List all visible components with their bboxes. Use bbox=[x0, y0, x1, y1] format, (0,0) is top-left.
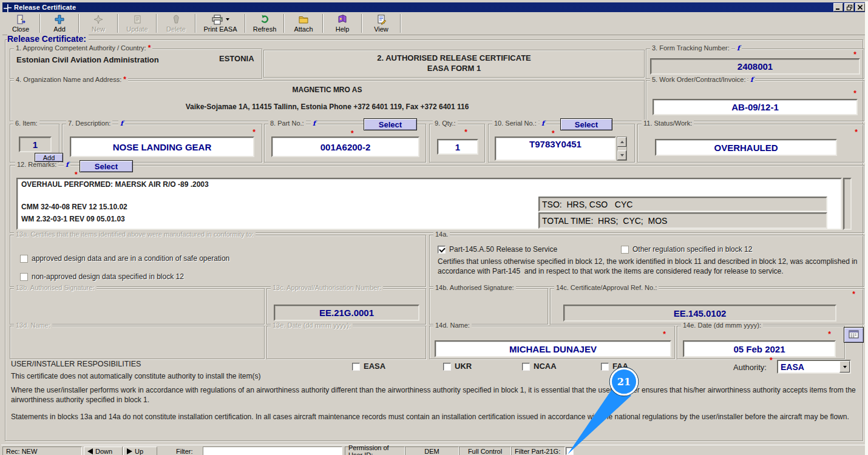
f-marker: f bbox=[64, 161, 70, 169]
remarks-line3: WM 2.32-03-1 REV 09 05.01.03 bbox=[21, 215, 125, 223]
permission-user-cell: DEM bbox=[405, 447, 459, 455]
f-marker: f bbox=[311, 120, 317, 127]
block14c-group: 14c. Certificate/Approval Ref. No.: * EE… bbox=[550, 288, 864, 325]
filter-input[interactable] bbox=[203, 447, 342, 455]
item-add-button[interactable]: Add bbox=[35, 153, 63, 162]
close-button[interactable]: Close bbox=[4, 13, 38, 34]
part-no-field[interactable]: 001A6200-2 bbox=[271, 136, 419, 157]
easa-checkbox[interactable] bbox=[352, 363, 360, 371]
organization-name: MAGNETIC MRO AS bbox=[10, 86, 644, 94]
help-book-icon bbox=[337, 14, 348, 25]
block14b-group: 14b. Authorised Signature: bbox=[429, 288, 548, 325]
view-button[interactable]: View bbox=[364, 13, 398, 34]
f-marker: f bbox=[540, 120, 546, 127]
date-field[interactable]: 05 Feb 2021 bbox=[683, 340, 836, 357]
close-window-button[interactable] bbox=[855, 3, 865, 12]
part145-release-checkbox[interactable] bbox=[438, 246, 446, 254]
faa-checkbox[interactable] bbox=[601, 363, 609, 371]
block1-group: 1. Approving Competent Authority / Count… bbox=[10, 49, 262, 79]
update-button-label: Update bbox=[126, 25, 147, 33]
filter-part21g-checkbox[interactable] bbox=[566, 447, 574, 455]
delete-icon bbox=[171, 14, 181, 25]
required-marker: * bbox=[853, 50, 856, 59]
required-marker: * bbox=[770, 356, 773, 365]
installer-para2: Where the user/installer performs work i… bbox=[11, 385, 857, 405]
easa-checkbox-label: EASA bbox=[364, 362, 385, 371]
filter-label: Filter: bbox=[176, 448, 193, 455]
toolbar-separator bbox=[245, 14, 246, 33]
user-installer-heading: USER/INSTALLER RESPOSIBILITIES bbox=[11, 360, 141, 368]
description-field[interactable]: NOSE LANDING GEAR bbox=[70, 136, 254, 157]
app-icon bbox=[4, 4, 12, 12]
ukr-checkbox-label: UKR bbox=[455, 362, 472, 371]
name-field[interactable]: MICHAEL DUNAJEV bbox=[435, 340, 671, 357]
spinner-down-icon[interactable] bbox=[617, 150, 626, 160]
tso-field: TSO: HRS, CSO CYC bbox=[538, 197, 827, 212]
country-value: ESTONIA bbox=[219, 54, 254, 63]
up-button[interactable]: Up bbox=[123, 447, 157, 455]
print-dropdown-caret[interactable] bbox=[226, 18, 229, 21]
refresh-button-label: Refresh bbox=[253, 25, 277, 33]
block4-label: 4. Organization Name and Address: * bbox=[14, 76, 128, 84]
serial-no-select-button[interactable]: Select bbox=[560, 118, 612, 130]
certificate-title-line2: EASA FORM 1 bbox=[264, 64, 644, 73]
down-arrow-icon bbox=[87, 448, 93, 454]
required-marker: * bbox=[853, 89, 856, 98]
combo-dropdown-icon[interactable] bbox=[839, 361, 850, 372]
remarks-scrollbar[interactable] bbox=[843, 178, 852, 230]
up-button-label: Up bbox=[135, 448, 143, 455]
refresh-button[interactable]: Refresh bbox=[248, 13, 282, 34]
help-button[interactable]: Help bbox=[325, 13, 359, 34]
approved-design-checkbox bbox=[20, 255, 28, 263]
ukr-checkbox[interactable] bbox=[443, 363, 451, 371]
qty-field[interactable]: 1 bbox=[437, 139, 478, 155]
window-right-edge bbox=[865, 1, 868, 455]
add-button[interactable]: Add bbox=[42, 13, 76, 34]
serial-no-spinner[interactable] bbox=[617, 136, 627, 161]
down-button[interactable]: Down bbox=[84, 447, 123, 455]
serial-no-field[interactable]: T9783Y0451 bbox=[495, 136, 616, 161]
print-easa-button[interactable]: Print EASA bbox=[198, 13, 243, 34]
work-order-field[interactable]: AB-09/12-1 bbox=[653, 99, 858, 115]
status-work-field[interactable]: OVERHAULED bbox=[655, 139, 837, 156]
update-icon bbox=[132, 14, 143, 25]
restore-button[interactable] bbox=[844, 3, 854, 12]
block9-label: 9. Qty.: bbox=[433, 120, 458, 127]
block5-group: 5. Work Order/Contract/Invoice: f * AB-0… bbox=[646, 80, 864, 121]
block13a-group: 13a. Certifies that the items identified… bbox=[10, 235, 426, 287]
remarks-select-button[interactable]: Select bbox=[80, 160, 133, 172]
ncaa-checkbox[interactable] bbox=[522, 363, 530, 371]
block3-label: 3. Form Tracking Number: bbox=[650, 44, 731, 52]
other-regulation-label: Other regulation specified in block 12 bbox=[632, 245, 752, 254]
f-marker: f bbox=[118, 120, 125, 127]
required-marker: * bbox=[148, 44, 151, 52]
help-button-label: Help bbox=[336, 25, 350, 33]
block14d-label: 14d. Name: bbox=[433, 322, 472, 329]
block6-label: 6. Item: bbox=[13, 120, 39, 127]
block8-group: 8. Part No.: f * Select 001A6200-2 bbox=[264, 124, 426, 163]
certificate-approval-ref-field: EE.145.0102 bbox=[563, 305, 836, 322]
block11-label: 11. Status/Work: bbox=[642, 120, 694, 127]
approval-authorisation-number-field: EE.21G.0001 bbox=[274, 305, 419, 321]
up-arrow-icon bbox=[127, 448, 132, 454]
block1-label: 1. Approving Competent Authority / Count… bbox=[14, 44, 152, 52]
toolbar: Close Add New Update Delete Print EASA bbox=[2, 12, 866, 35]
remarks-line1: OVERHAUL PERFORMED: MAERSK AIR R/O -89 .… bbox=[21, 180, 209, 189]
block7-group: 7. Description: f * NOSE LANDING GEAR bbox=[62, 124, 262, 163]
item-number-field: 1 bbox=[19, 136, 52, 152]
authority-label: Authority: bbox=[733, 363, 767, 372]
block11-group: 11. Status/Work: * OVERHAULED bbox=[637, 124, 864, 163]
part-no-select-button[interactable]: Select bbox=[364, 118, 417, 130]
calendar-button[interactable] bbox=[844, 327, 864, 343]
other-regulation-checkbox bbox=[621, 246, 629, 254]
approved-design-label: approved design data and are in a condit… bbox=[32, 254, 229, 263]
toolbar-separator bbox=[39, 14, 41, 33]
installer-para1: This certificate does not automatically … bbox=[11, 372, 618, 380]
spinner-up-icon[interactable] bbox=[617, 137, 626, 147]
total-time-field: TOTAL TIME: HRS; CYC; MOS bbox=[538, 212, 827, 229]
minimize-button[interactable] bbox=[833, 3, 843, 12]
view-document-icon bbox=[376, 14, 387, 25]
attach-button[interactable]: Attach bbox=[287, 13, 320, 34]
authority-combobox[interactable]: EASA bbox=[777, 360, 851, 374]
toolbar-separator bbox=[322, 14, 324, 33]
